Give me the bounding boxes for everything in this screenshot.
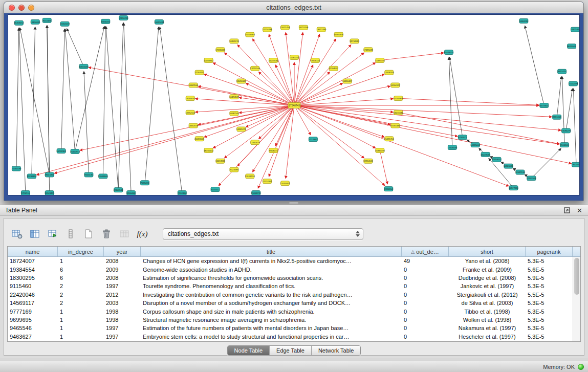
graph-node[interactable]: 8996554	[384, 187, 393, 191]
graph-node[interactable]: 9277403	[553, 115, 561, 119]
graph-edge[interactable]	[75, 26, 104, 151]
graph-node[interactable]: 8824031	[101, 19, 110, 24]
graph-edge[interactable]	[61, 29, 65, 151]
graph-edge[interactable]	[380, 150, 387, 184]
graph-node[interactable]: 7524689	[230, 167, 238, 172]
graph-node[interactable]: 10165480	[390, 123, 401, 128]
table-row[interactable]: 2242004622012Investigating the contribut…	[8, 291, 573, 299]
graph-edge[interactable]	[269, 34, 294, 105]
graph-node[interactable]: 12103504	[527, 176, 537, 181]
graph-node[interactable]: 9245012	[211, 187, 220, 192]
graph-node[interactable]: 16450913	[70, 149, 80, 154]
graph-node[interactable]: 10474587	[229, 95, 239, 99]
column-header-title[interactable]: title	[141, 247, 402, 256]
graph-edge[interactable]	[531, 148, 561, 178]
column-header-in_degree[interactable]: in_degree	[58, 247, 104, 256]
column-header-year[interactable]: year	[104, 247, 141, 256]
table-mode-button[interactable]	[10, 227, 24, 240]
graph-node[interactable]: 18624075	[572, 162, 579, 167]
table-row[interactable]: 946554611997Estimation of the future num…	[8, 324, 573, 332]
graph-edge[interactable]	[294, 83, 343, 105]
graph-edge[interactable]	[269, 105, 294, 177]
graph-node[interactable]: 15302218	[60, 21, 70, 26]
graph-node[interactable]: 18223068	[245, 32, 255, 37]
network-canvas[interactable]: 1724074315030921175243651915693475246891…	[8, 14, 580, 195]
graph-edge[interactable]	[398, 98, 539, 105]
graph-edge[interactable]	[124, 23, 132, 193]
graph-node[interactable]: 10577820	[509, 186, 519, 190]
graph-node[interactable]: 12345610	[250, 140, 260, 145]
graph-node[interactable]: 14985001	[470, 143, 481, 147]
graph-node[interactable]: 6791975	[458, 135, 467, 140]
graph-node[interactable]: 11540969	[394, 96, 403, 101]
table-row[interactable]: 969969511998Structural magnetic resonanc…	[8, 316, 573, 324]
graph-edge[interactable]	[294, 74, 384, 105]
graph-node[interactable]: 16895392	[375, 148, 385, 153]
graph-node[interactable]: 9514301	[560, 143, 569, 147]
graph-node[interactable]: 14085306	[334, 32, 344, 37]
show-columns-button[interactable]	[28, 227, 41, 240]
graph-edge[interactable]	[294, 86, 390, 105]
graph-node[interactable]: 16258130	[269, 58, 279, 63]
create-column-button[interactable]	[82, 227, 95, 240]
table-row[interactable]: 977716911998Corpus callosum shape and si…	[8, 307, 573, 315]
table-selector[interactable]: citations_edges.txt	[163, 228, 363, 240]
graph-node[interactable]: 16816427	[342, 79, 353, 83]
column-header-name[interactable]: name	[8, 247, 58, 256]
graph-edge[interactable]	[562, 77, 564, 145]
column-header-pagerank[interactable]: pagerank	[526, 247, 573, 256]
graph-edge[interactable]	[294, 45, 351, 105]
table-scrollbar[interactable]	[573, 257, 580, 341]
tab-network-table[interactable]: Network Table	[311, 346, 361, 355]
graph-edge[interactable]	[566, 89, 572, 130]
graph-node[interactable]: 15030921	[280, 181, 291, 186]
graph-node[interactable]: 19468739	[251, 191, 262, 195]
graph-edge[interactable]	[294, 99, 393, 105]
graph-node[interactable]: 18356102	[204, 148, 214, 153]
graph-node[interactable]: 16403212	[14, 20, 24, 25]
graph-edge[interactable]	[294, 65, 313, 105]
graph-edge[interactable]	[103, 27, 105, 177]
graph-node[interactable]: 9505135	[84, 172, 93, 177]
graph-node[interactable]: 7524364	[178, 191, 186, 195]
graph-node[interactable]: 17756110	[311, 58, 320, 63]
graph-edge[interactable]	[198, 86, 294, 105]
close-panel-icon[interactable]: ✕	[576, 207, 583, 214]
graph-edge[interactable]	[204, 74, 294, 105]
table-row[interactable]: 911546021997Tourette syndrome. Phenomeno…	[8, 282, 573, 290]
graph-node[interactable]: 20610533	[79, 64, 89, 69]
graph-node[interactable]: 20081505	[194, 137, 205, 141]
graph-edge[interactable]	[294, 105, 385, 186]
graph-node[interactable]: 25260590	[11, 166, 21, 171]
column-header-short[interactable]: short	[449, 247, 526, 256]
column-header-out_de[interactable]: △out_de…	[402, 247, 449, 256]
graph-edge[interactable]	[294, 34, 320, 105]
graph-node[interactable]: 19734583	[350, 39, 360, 43]
graph-node[interactable]: 13220140	[250, 66, 260, 71]
table-row[interactable]: 946362711997Embryonic stem cells: a mode…	[8, 333, 573, 341]
graph-node[interactable]: 17240743	[288, 103, 300, 108]
graph-node[interactable]: 15977105	[375, 58, 385, 63]
window-titlebar[interactable]: citations_edges.txt	[4, 2, 583, 13]
graph-node[interactable]: 12035510	[515, 170, 526, 174]
graph-node[interactable]: 14632018	[188, 123, 199, 128]
graph-node[interactable]: 9853071	[269, 148, 278, 153]
graph-node[interactable]: 1514345	[309, 137, 317, 142]
zoom-button[interactable]	[28, 5, 34, 11]
graph-node[interactable]: 12608433	[447, 145, 458, 150]
graph-node[interactable]: 17110293	[119, 15, 128, 20]
graph-edge[interactable]	[557, 77, 561, 117]
table-row[interactable]: 1938455462009Genome-wide association stu…	[8, 265, 573, 273]
graph-node[interactable]: 11483220	[444, 50, 454, 55]
graph-node[interactable]: 11254439	[263, 27, 272, 32]
graph-edge[interactable]	[219, 105, 294, 186]
graph-edge[interactable]	[294, 105, 458, 136]
row-options-button[interactable]	[64, 227, 77, 240]
graph-node[interactable]: 18612490	[316, 27, 326, 32]
graph-edge[interactable]	[525, 26, 545, 105]
graph-node[interactable]: 15143455	[45, 191, 55, 195]
graph-edge[interactable]	[84, 72, 89, 175]
tab-node-table[interactable]: Node Table	[228, 346, 269, 355]
minimize-button[interactable]	[18, 5, 25, 11]
graph-node[interactable]: 9724510	[21, 191, 30, 195]
